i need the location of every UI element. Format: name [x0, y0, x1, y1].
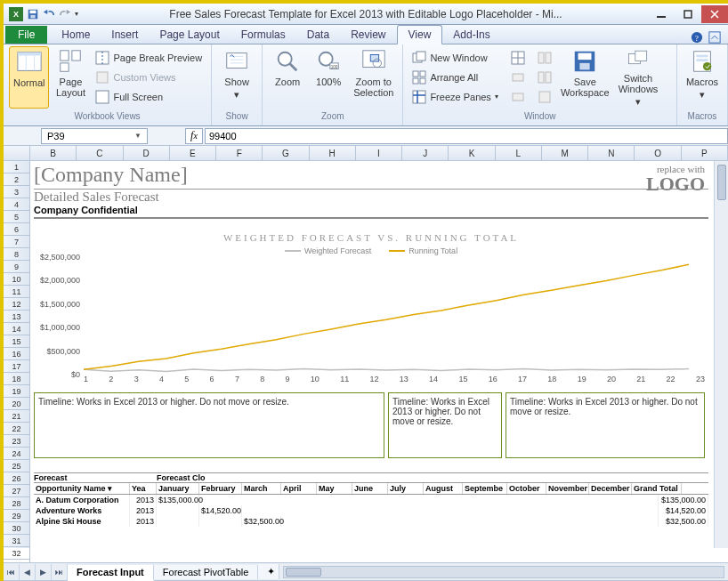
macros-button[interactable]: Macros ▾ — [683, 46, 722, 109]
zoom-to-selection-button[interactable]: Zoom to Selection — [350, 46, 397, 109]
tab-formulas[interactable]: Formulas — [231, 26, 296, 44]
row-header[interactable]: 16 — [4, 348, 30, 360]
col-header[interactable]: H — [310, 146, 356, 160]
sync-scroll-button[interactable] — [534, 68, 555, 86]
name-box[interactable]: P39▼ — [41, 128, 148, 144]
tab-insert[interactable]: Insert — [101, 26, 149, 44]
row-header[interactable]: 1 — [4, 161, 30, 173]
col-header[interactable]: E — [170, 146, 216, 160]
sheet-content[interactable]: [Company Name] Detailed Sales Forecast C… — [30, 161, 714, 548]
sheet-nav-next[interactable]: ▶ — [36, 564, 52, 580]
col-header[interactable]: B — [30, 146, 77, 160]
sheet-tab-forecast-pivot[interactable]: Forecast PivotTable — [154, 565, 259, 579]
row-header[interactable]: 7 — [4, 236, 30, 248]
sheet-tab-new[interactable]: ✦ — [258, 564, 279, 579]
col-header[interactable]: G — [263, 146, 309, 160]
reset-window-button[interactable] — [534, 87, 555, 106]
custom-views-button[interactable]: Custom Views — [92, 68, 206, 86]
sheet-tab-forecast-input[interactable]: Forecast Input — [68, 565, 154, 581]
row-header[interactable]: 29 — [4, 510, 30, 522]
tab-view[interactable]: View — [397, 25, 443, 44]
row-header[interactable]: 21 — [4, 410, 30, 423]
namebox-dropdown-icon[interactable]: ▼ — [134, 132, 142, 140]
page-layout-button[interactable]: Page Layout — [51, 46, 90, 109]
normal-view-button[interactable]: Normal — [9, 46, 49, 109]
row-headers[interactable]: 1234567891011121314151617181920212223242… — [4, 161, 30, 548]
row-header[interactable]: 15 — [4, 335, 30, 348]
qat-dropdown-icon[interactable]: ▾ — [75, 10, 78, 18]
row-header[interactable]: 22 — [4, 423, 30, 435]
col-header[interactable]: N — [588, 146, 635, 160]
hscroll-thumb[interactable] — [286, 568, 321, 577]
vertical-scrollbar[interactable] — [714, 161, 728, 548]
row-header[interactable]: 10 — [4, 273, 30, 286]
row-header[interactable]: 11 — [4, 286, 30, 298]
save-workspace-button[interactable]: Save Workspace — [557, 46, 613, 109]
col-header[interactable]: I — [356, 146, 402, 160]
new-window-button[interactable]: New Window — [408, 48, 501, 67]
row-header[interactable]: 25 — [4, 460, 30, 472]
col-header[interactable]: C — [77, 146, 123, 160]
switch-windows-button[interactable]: Switch Windows ▾ — [615, 46, 662, 109]
horizontal-scrollbar[interactable] — [283, 566, 724, 578]
row-header[interactable]: 3 — [4, 186, 30, 198]
hide-button[interactable] — [507, 68, 529, 86]
col-header[interactable]: M — [542, 146, 588, 160]
sheet-nav-first[interactable]: ⏮ — [4, 564, 20, 580]
row-header[interactable]: 32 — [4, 547, 30, 560]
row-header[interactable]: 12 — [4, 298, 30, 311]
row-header[interactable]: 13 — [4, 311, 30, 323]
zoom-button[interactable]: Zoom — [268, 46, 307, 109]
row-header[interactable]: 8 — [4, 248, 30, 261]
col-header[interactable]: D — [124, 146, 170, 160]
maximize-button[interactable] — [675, 5, 701, 23]
tab-home[interactable]: Home — [51, 26, 101, 44]
row-header[interactable]: 17 — [4, 360, 30, 373]
show-button[interactable]: Show ▾ — [217, 46, 256, 109]
zoom-100-button[interactable]: 100 100% — [309, 46, 348, 109]
col-header[interactable]: J — [402, 146, 449, 160]
file-tab[interactable]: File — [5, 26, 47, 44]
select-all-corner[interactable] — [4, 146, 30, 160]
row-header[interactable]: 23 — [4, 435, 30, 448]
row-header[interactable]: 5 — [4, 211, 30, 223]
col-header[interactable]: P — [682, 146, 728, 160]
split-button[interactable] — [507, 48, 529, 67]
formula-input[interactable] — [205, 128, 728, 144]
unhide-button[interactable] — [507, 87, 529, 106]
row-header[interactable]: 30 — [4, 522, 30, 535]
save-icon[interactable] — [27, 8, 39, 20]
full-screen-button[interactable]: Full Screen — [92, 87, 206, 106]
row-header[interactable]: 33 — [4, 560, 30, 562]
tab-page-layout[interactable]: Page Layout — [149, 26, 230, 44]
row-header[interactable]: 2 — [4, 173, 30, 186]
sheet-nav-last[interactable]: ⏭ — [52, 564, 68, 580]
row-header[interactable]: 24 — [4, 448, 30, 460]
page-break-preview-button[interactable]: Page Break Preview — [92, 48, 206, 67]
help-icon[interactable]: ? — [691, 31, 703, 44]
close-button[interactable] — [701, 5, 728, 23]
row-header[interactable]: 26 — [4, 472, 30, 485]
column-headers[interactable]: B C D E F G H I J K L M N O P — [4, 146, 728, 161]
sheet-nav-prev[interactable]: ◀ — [20, 564, 36, 580]
tab-review[interactable]: Review — [340, 26, 396, 44]
view-side-by-side-button[interactable] — [534, 48, 555, 67]
arrange-all-button[interactable]: Arrange All — [408, 68, 501, 86]
row-header[interactable]: 19 — [4, 385, 30, 398]
row-header[interactable]: 4 — [4, 198, 30, 211]
undo-icon[interactable] — [43, 8, 55, 20]
row-header[interactable]: 20 — [4, 398, 30, 410]
row-header[interactable]: 27 — [4, 485, 30, 497]
vscroll-thumb[interactable] — [717, 165, 726, 200]
redo-icon[interactable] — [59, 8, 71, 20]
worksheet-grid[interactable]: B C D E F G H I J K L M N O P 1234567891… — [4, 146, 728, 562]
col-header[interactable]: O — [635, 146, 681, 160]
row-header[interactable]: 18 — [4, 373, 30, 385]
col-header[interactable]: L — [496, 146, 542, 160]
row-header[interactable]: 14 — [4, 323, 30, 335]
minimize-button[interactable] — [648, 5, 675, 23]
col-header[interactable]: K — [449, 146, 495, 160]
ribbon-minimize-icon[interactable] — [708, 31, 721, 44]
row-header[interactable]: 9 — [4, 261, 30, 273]
freeze-panes-button[interactable]: Freeze Panes ▾ — [408, 87, 501, 106]
